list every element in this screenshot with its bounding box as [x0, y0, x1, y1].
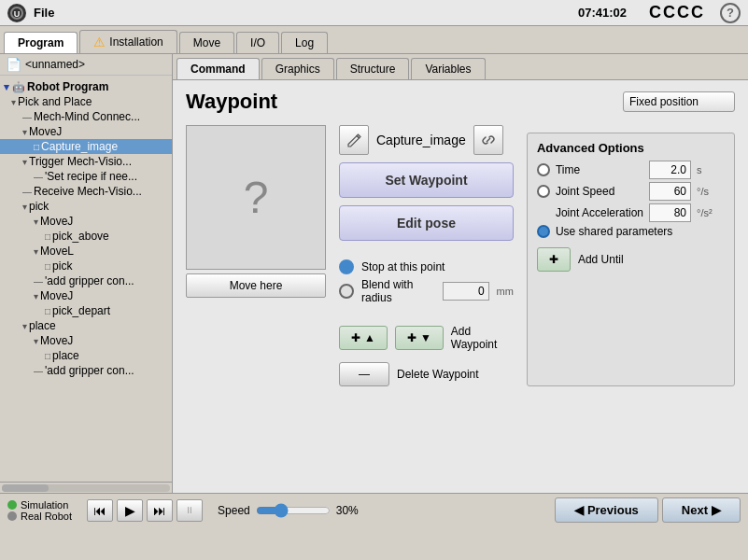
sidebar-filename: <unnamed>	[25, 58, 85, 71]
delete-waypoint-button[interactable]: —	[339, 362, 389, 386]
position-type-select[interactable]: Fixed position	[623, 91, 735, 112]
joint-speed-input[interactable]	[649, 182, 691, 201]
tree-movel[interactable]: ▾ MoveL	[0, 244, 172, 259]
tree-movej-0[interactable]: ▾ MoveJ	[0, 124, 172, 139]
tree-movej-2[interactable]: ▾ MoveJ	[0, 288, 172, 303]
simulation-label: Simulation	[21, 499, 68, 511]
main-wrapper: 📄 <unnamed> ▾ 🤖 Robot Program ▾ Pick and…	[0, 54, 748, 526]
tree-label-pick-above: pick_above	[52, 230, 109, 243]
pause-button[interactable]: ⏸	[176, 499, 203, 522]
tree-label-pick: pick	[29, 200, 49, 213]
tree-label-receive: Receive Mech-Visio...	[34, 185, 142, 198]
tree-receive-mech[interactable]: — Receive Mech-Visio...	[0, 184, 172, 199]
plus-until-icon: ✚	[549, 253, 558, 266]
waypoint-controls: Capture_image Set Waypoint	[339, 125, 514, 386]
tree-label-add-gripper-0: 'add gripper con...	[45, 274, 134, 287]
play-button[interactable]: ▶	[117, 499, 143, 522]
sim-real-section: Simulation Real Robot	[7, 499, 72, 522]
tree-movej-3[interactable]: ▾ MoveJ	[0, 333, 172, 348]
blend-input[interactable]	[443, 282, 489, 301]
time-input[interactable]	[649, 161, 691, 179]
speed-label: Speed	[218, 504, 250, 517]
skip-forward-button[interactable]: ⏭	[147, 499, 173, 522]
tab-installation[interactable]: ⚠ Installation	[79, 30, 176, 53]
tree-pick[interactable]: ▾ pick	[0, 199, 172, 214]
app-logo: U	[7, 4, 26, 22]
real-robot-label: Real Robot	[21, 511, 72, 522]
move-here-button[interactable]: Move here	[186, 273, 326, 298]
tab-variables[interactable]: Variables	[411, 58, 485, 79]
scroll-track	[2, 484, 170, 492]
left-horizontal-scrollbar[interactable]	[0, 482, 172, 493]
delete-waypoint-label: Delete Waypoint	[397, 368, 479, 381]
tree-movej-1[interactable]: ▾ MoveJ	[0, 214, 172, 229]
set-waypoint-button[interactable]: Set Waypoint	[339, 162, 514, 198]
tab-io[interactable]: I/O	[236, 32, 279, 53]
tree-place[interactable]: ▾ place	[0, 318, 172, 333]
plus-down-icon: ✚	[407, 331, 416, 344]
expand-icon-0: ▾	[11, 97, 16, 107]
previous-button[interactable]: ◀ Previous	[555, 497, 658, 523]
file-menu[interactable]: File	[34, 6, 54, 20]
add-waypoint-down-button[interactable]: ✚ ▼	[395, 326, 444, 350]
tree-label-trigger: Trigger Mech-Visio...	[29, 155, 132, 168]
svg-text:U: U	[14, 9, 21, 19]
tree-set-recipe[interactable]: — 'Set recipe if nee...	[0, 169, 172, 184]
help-button[interactable]: ?	[720, 3, 741, 23]
link-icon-button[interactable]	[473, 125, 503, 155]
speed-slider[interactable]	[256, 503, 331, 518]
waypoint-body: ? Move here	[186, 125, 735, 386]
tree-pick-wp[interactable]: □ pick	[0, 259, 172, 273]
tree-pick-depart[interactable]: □ pick_depart	[0, 303, 172, 318]
tree-capture-image[interactable]: □ Capture_image	[0, 139, 172, 154]
real-robot-row: Real Robot	[7, 511, 72, 522]
tree-label-movej-2: MoveJ	[40, 289, 73, 302]
blend-label: Blend with radius	[361, 278, 428, 304]
scroll-thumb	[2, 484, 49, 492]
advanced-options: Advanced Options Time s Joint Speed	[527, 133, 735, 386]
joint-accel-row: Joint Acceleration °/s²	[537, 203, 725, 222]
waypoint-title: Waypoint	[186, 90, 277, 114]
shared-params-radio[interactable]	[537, 225, 550, 238]
edit-pose-button[interactable]: Edit pose	[339, 205, 514, 241]
delete-waypoint-row: — Delete Waypoint	[339, 362, 514, 386]
tree-add-gripper-0[interactable]: — 'add gripper con...	[0, 273, 172, 288]
tree-trigger-mech[interactable]: ▾ Trigger Mech-Visio...	[0, 154, 172, 169]
tree-label-mech-connect: Mech-Mind Connec...	[34, 110, 140, 123]
skip-back-button[interactable]: ⏮	[87, 499, 113, 522]
arrow-down-icon: ▼	[420, 331, 431, 344]
waypoint-preview-box: ?	[186, 125, 326, 270]
transport-controls: ⏮ ▶ ⏭ ⏸	[87, 499, 203, 522]
tree-place-wp[interactable]: □ place	[0, 348, 172, 363]
joint-speed-radio[interactable]	[537, 185, 550, 198]
stop-radio[interactable]	[339, 259, 354, 274]
tab-command[interactable]: Command	[176, 58, 260, 79]
time-radio[interactable]	[537, 163, 550, 176]
dash-icon-0: —	[22, 112, 32, 122]
arrow-up-icon: ▲	[364, 331, 375, 344]
sidebar-header: 📄 <unnamed>	[0, 54, 172, 76]
tree-add-gripper-1[interactable]: — 'add gripper con...	[0, 363, 172, 378]
add-until-button[interactable]: ✚	[537, 247, 571, 272]
joint-accel-input[interactable]	[649, 203, 691, 222]
tab-move[interactable]: Move	[179, 32, 234, 53]
add-waypoint-up-button[interactable]: ✚ ▲	[339, 326, 388, 350]
waypoint-content: Waypoint Fixed position ? Move here	[173, 80, 748, 493]
next-arrow-icon: ▶	[712, 503, 721, 517]
blend-option-row: Blend with radius mm	[339, 278, 514, 304]
tab-program[interactable]: Program	[4, 32, 78, 53]
tree-pick-above[interactable]: □ pick_above	[0, 229, 172, 244]
tree-robot-program[interactable]: ▾ 🤖 Robot Program	[0, 79, 172, 94]
tree-pick-and-place[interactable]: ▾ Pick and Place	[0, 94, 172, 109]
square-icon-4: □	[45, 351, 50, 361]
tab-graphics[interactable]: Graphics	[261, 58, 334, 79]
next-button[interactable]: Next ▶	[662, 497, 741, 523]
blend-radio[interactable]	[339, 284, 354, 299]
expand-icon-4: ▾	[34, 217, 38, 227]
tab-structure[interactable]: Structure	[336, 58, 410, 79]
sub-tabs: Command Graphics Structure Variables	[173, 54, 748, 80]
tab-log[interactable]: Log	[281, 32, 328, 53]
square-icon-0: □	[34, 142, 39, 152]
edit-icon-button[interactable]	[339, 125, 369, 155]
tree-mech-mind-connect[interactable]: — Mech-Mind Connec...	[0, 109, 172, 124]
